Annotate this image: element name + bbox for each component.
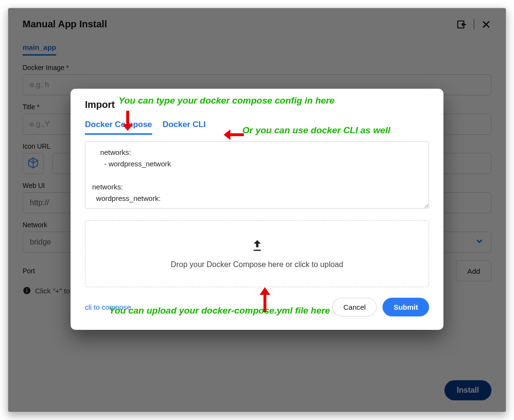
tab-docker-compose[interactable]: Docker Compose (85, 118, 152, 135)
import-tabs: Docker Compose Docker CLI (85, 118, 429, 135)
red-arrow-up-icon (258, 285, 272, 314)
cli-to-compose-link[interactable]: cli to compose (85, 303, 131, 311)
cancel-button[interactable]: Cancel (332, 298, 377, 316)
red-arrow-down-icon (120, 111, 135, 134)
tab-docker-cli[interactable]: Docker CLI (163, 118, 206, 135)
compose-textarea[interactable] (85, 141, 429, 209)
window: Manual App Install main_app Docker Image… (8, 8, 506, 412)
upload-icon (250, 238, 264, 255)
submit-button[interactable]: Submit (383, 298, 429, 316)
red-arrow-left-icon (223, 128, 244, 143)
import-title: Import (85, 99, 429, 110)
dropzone-text: Drop your Docker Compose here or click t… (171, 260, 343, 269)
svg-rect-4 (253, 250, 261, 251)
upload-dropzone[interactable]: Drop your Docker Compose here or click t… (85, 220, 429, 287)
